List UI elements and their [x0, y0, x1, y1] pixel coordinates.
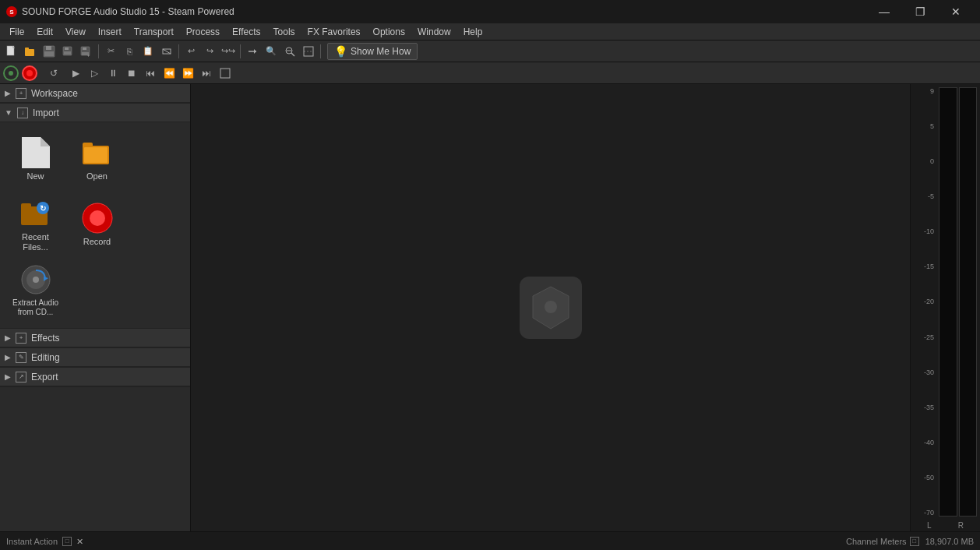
placeholder-icon: [520, 277, 582, 339]
open-file-button[interactable]: [22, 43, 39, 60]
save-button[interactable]: [41, 43, 58, 60]
status-left: Instant Action □ ✕: [6, 537, 86, 546]
menu-help[interactable]: Help: [457, 23, 489, 40]
svg-rect-10: [64, 51, 71, 55]
menu-window[interactable]: Window: [411, 23, 457, 40]
menu-fx-favorites[interactable]: FX Favorites: [301, 23, 367, 40]
import-grid: New Open: [0, 122, 190, 328]
channel-meters-status: Channel Meters □: [846, 537, 919, 546]
save-as-button[interactable]: +: [78, 43, 95, 60]
status-bar: Instant Action □ ✕ Channel Meters □ 18,9…: [0, 531, 980, 550]
menu-insert[interactable]: Insert: [92, 23, 128, 40]
channel-meters-dock-button[interactable]: □: [910, 537, 919, 546]
toolbar-separator-4: [320, 44, 321, 58]
record-button[interactable]: [22, 65, 37, 81]
new-label: New: [26, 171, 44, 182]
cut-button[interactable]: ✂: [102, 43, 119, 60]
open-item[interactable]: Open: [68, 129, 126, 191]
meter-bar-right: [959, 87, 978, 517]
record-arm-button[interactable]: [3, 65, 19, 81]
effects-chevron: ▶: [5, 333, 11, 342]
extract-audio-label: Extract Audio from CD...: [9, 298, 62, 317]
memory-usage: 18,907.0 MB: [925, 537, 974, 546]
svg-point-35: [90, 210, 105, 226]
meter-label-l: L: [927, 521, 932, 530]
svg-point-38: [33, 277, 39, 283]
undo-button[interactable]: ↩: [182, 43, 199, 60]
menu-process[interactable]: Process: [180, 23, 226, 40]
right-panel: 9 5 0 -5 -10 -15 -20 -25 -30 -35 -40 -50…: [910, 84, 980, 531]
title-bar-controls: — ❐ ✕: [866, 0, 974, 23]
record-indicator: [26, 70, 33, 76]
svg-text:↻: ↻: [40, 204, 46, 213]
close-button[interactable]: ✕: [938, 0, 974, 23]
minimize-button[interactable]: —: [866, 0, 902, 23]
editing-section: ▶ ✎ Editing: [0, 348, 190, 368]
svg-rect-24: [220, 69, 230, 78]
import-section-header[interactable]: ▼ ↓ Import: [0, 104, 190, 122]
redo2-button[interactable]: ↪↪: [220, 43, 237, 60]
refresh-button[interactable]: ↺: [45, 65, 62, 82]
show-me-how-button[interactable]: 💡 Show Me How: [327, 43, 418, 60]
menu-edit[interactable]: Edit: [30, 23, 59, 40]
menu-bar: File Edit View Insert Transport Process …: [0, 23, 980, 41]
snap-button[interactable]: [244, 43, 261, 60]
export-section-header[interactable]: ▶ ↗ Export: [0, 368, 190, 386]
editing-label: Editing: [31, 352, 60, 363]
import-label: Import: [33, 108, 59, 118]
maximize-button[interactable]: ❐: [902, 0, 938, 23]
svg-rect-31: [21, 203, 31, 210]
loop-button[interactable]: [217, 65, 234, 82]
editing-section-header[interactable]: ▶ ✎ Editing: [0, 348, 190, 367]
rewind-button[interactable]: ⏪: [160, 65, 178, 82]
copy-button[interactable]: ⎘: [121, 43, 138, 60]
menu-view[interactable]: View: [59, 23, 92, 40]
trim-button[interactable]: [158, 43, 175, 60]
instant-action-dock-button[interactable]: □: [62, 537, 72, 546]
go-end-button[interactable]: ⏭: [198, 65, 215, 82]
extract-audio-item[interactable]: Extract Audio from CD...: [6, 259, 65, 322]
redo-button[interactable]: ↪: [201, 43, 218, 60]
transport-bar: ↺ ▶ ▷ ⏸ ⏹ ⏮ ⏪ ⏩ ⏭: [0, 62, 980, 84]
effects-section-header[interactable]: ▶ + Effects: [0, 329, 190, 347]
go-start-button[interactable]: ⏮: [142, 65, 159, 82]
record-icon: [82, 203, 113, 234]
show-me-how-icon: 💡: [334, 45, 347, 58]
svg-rect-7: [44, 51, 54, 56]
workspace-section: ▶ + Workspace: [0, 84, 190, 104]
extract-audio-icon: [20, 264, 51, 295]
workspace-section-header[interactable]: ▶ + Workspace: [0, 84, 190, 103]
new-file-button[interactable]: [3, 43, 20, 60]
svg-rect-12: [83, 48, 86, 50]
menu-options[interactable]: Options: [367, 23, 411, 40]
menu-tools[interactable]: Tools: [267, 23, 301, 40]
save-all-button[interactable]: [59, 43, 76, 60]
zoom-fit-button[interactable]: [300, 43, 317, 60]
zoom-in-button[interactable]: 🔍: [263, 43, 280, 60]
center-placeholder: [520, 277, 582, 339]
menu-effects[interactable]: Effects: [226, 23, 266, 40]
show-me-how-label: Show Me How: [351, 46, 411, 57]
effects-section: ▶ + Effects: [0, 329, 190, 348]
left-panel: ▶ + Workspace ▼ ↓ Import: [0, 84, 191, 531]
svg-line-20: [291, 53, 294, 56]
pause-button[interactable]: ⏸: [104, 65, 122, 82]
instant-action-close-button[interactable]: ✕: [76, 537, 86, 546]
menu-transport[interactable]: Transport: [128, 23, 180, 40]
paste-button[interactable]: 📋: [139, 43, 157, 60]
app-logo: S: [6, 6, 17, 17]
effects-label: Effects: [31, 333, 59, 344]
fast-forward-button[interactable]: ⏩: [179, 65, 196, 82]
play-from-start-button[interactable]: ▷: [86, 65, 103, 82]
record-label: Record: [83, 237, 111, 247]
effects-expand-icon: +: [16, 333, 26, 344]
recent-files-item[interactable]: ↻ Recent Files...: [6, 194, 65, 256]
menu-file[interactable]: File: [3, 23, 30, 40]
stop-button[interactable]: ⏹: [123, 65, 140, 82]
record-item[interactable]: Record: [68, 194, 126, 256]
new-item[interactable]: New: [6, 129, 65, 191]
zoom-out-button[interactable]: [281, 43, 298, 60]
level-meter: 9 5 0 -5 -10 -15 -20 -25 -30 -35 -40 -50…: [911, 84, 980, 520]
play-button[interactable]: ▶: [67, 65, 84, 82]
instant-action-label: Instant Action: [6, 537, 58, 546]
